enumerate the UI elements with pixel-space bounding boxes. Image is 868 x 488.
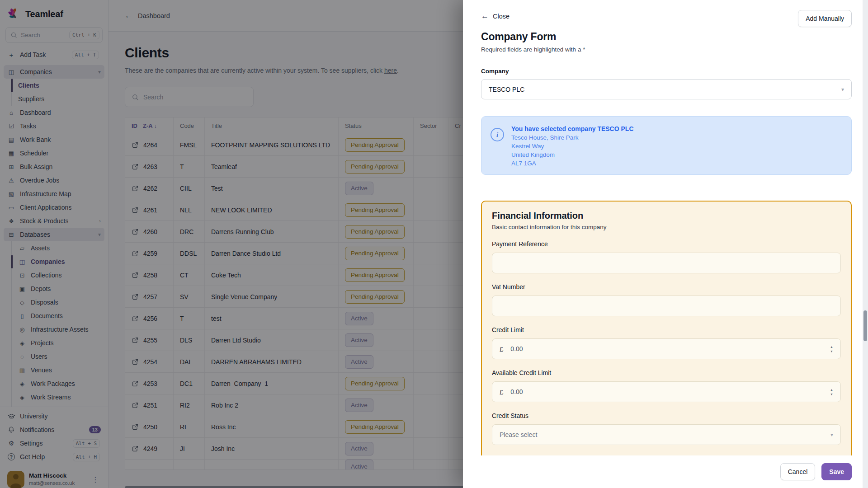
stepper-control[interactable]: ▲▼ bbox=[830, 388, 833, 396]
select-input[interactable]: Please select ▾ bbox=[492, 424, 841, 445]
input-value: 0.00 bbox=[510, 388, 523, 395]
stepper-down-icon: ▼ bbox=[830, 350, 833, 353]
financial-field-credit-limit: Credit Limit £ 0.00 ▲▼ bbox=[492, 326, 841, 359]
info-address-line: Kestrel Way bbox=[511, 143, 634, 150]
stepper-up-icon: ▲ bbox=[830, 388, 833, 391]
financial-information-section: Financial Information Basic contact info… bbox=[481, 201, 852, 462]
currency-prefix: £ bbox=[500, 345, 503, 353]
company-field-label: Company bbox=[481, 68, 852, 75]
field-label: Credit Limit bbox=[492, 326, 841, 333]
company-select[interactable]: TESCO PLC ▾ bbox=[481, 79, 852, 99]
vertical-scrollbar-track[interactable] bbox=[863, 0, 868, 488]
section-title: Financial Information bbox=[492, 211, 841, 221]
section-subtitle: Basic contact information for this compa… bbox=[492, 224, 841, 230]
info-icon: i bbox=[491, 128, 504, 141]
info-selected-line: You have selected company TESCO PLC bbox=[511, 125, 634, 132]
currency-prefix: £ bbox=[500, 388, 503, 396]
financial-field-available-credit-limit: Available Credit Limit £ 0.00 ▲▼ bbox=[492, 369, 841, 402]
company-select-value: TESCO PLC bbox=[489, 86, 524, 93]
field-label: Available Credit Limit bbox=[492, 369, 841, 376]
field-label: Payment Reference bbox=[492, 240, 841, 248]
financial-field-vat-number: Vat Number bbox=[492, 283, 841, 316]
stepper-up-icon: ▲ bbox=[830, 345, 833, 348]
info-address-line: Tesco House, Shire Park bbox=[511, 134, 634, 141]
money-input[interactable]: £ 0.00 ▲▼ bbox=[492, 381, 841, 402]
drawer-subtitle: Required fields are highlighted with a * bbox=[481, 46, 852, 53]
financial-field-payment-reference: Payment Reference bbox=[492, 240, 841, 273]
company-form-drawer: ← Close Add Manually Company Form Requir… bbox=[463, 0, 868, 488]
field-label: Vat Number bbox=[492, 283, 841, 291]
chevron-down-icon: ▾ bbox=[841, 86, 844, 93]
drawer-title: Company Form bbox=[481, 31, 852, 43]
text-input[interactable] bbox=[492, 296, 841, 316]
add-manually-button[interactable]: Add Manually bbox=[798, 10, 852, 27]
drawer-footer: Cancel Save bbox=[463, 455, 863, 488]
stepper-down-icon: ▼ bbox=[830, 393, 833, 396]
text-input[interactable] bbox=[492, 253, 841, 273]
save-button[interactable]: Save bbox=[821, 463, 852, 480]
select-placeholder: Please select bbox=[500, 431, 537, 438]
vertical-scrollbar-thumb[interactable] bbox=[863, 310, 867, 341]
field-label: Credit Status bbox=[492, 412, 841, 419]
input-value: 0.00 bbox=[510, 345, 523, 352]
company-info-box: i You have selected company TESCO PLC Te… bbox=[481, 116, 852, 175]
stepper-control[interactable]: ▲▼ bbox=[830, 345, 833, 353]
financial-field-credit-status: Credit Status Please select ▾ bbox=[492, 412, 841, 445]
info-address-line: United Kingdom bbox=[511, 151, 634, 158]
back-arrow-icon: ← bbox=[481, 12, 489, 21]
chevron-down-icon: ▾ bbox=[830, 432, 833, 438]
money-input[interactable]: £ 0.00 ▲▼ bbox=[492, 338, 841, 359]
info-address-line: AL7 1GA bbox=[511, 160, 634, 167]
close-button[interactable]: ← Close bbox=[481, 12, 509, 21]
cancel-button[interactable]: Cancel bbox=[780, 463, 816, 480]
